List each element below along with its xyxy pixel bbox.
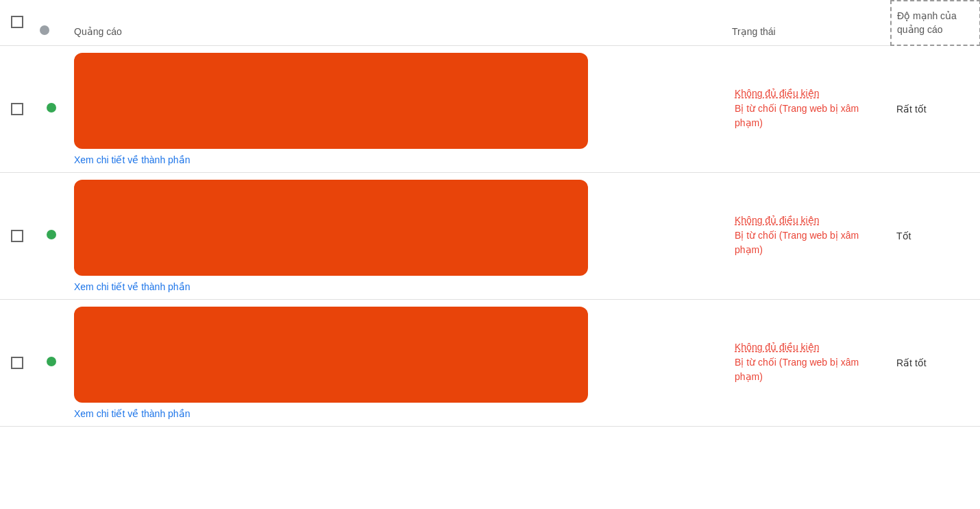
strength-cell: Rất tốt <box>891 299 980 426</box>
row-checkbox[interactable] <box>11 357 23 369</box>
header-dot-cell <box>34 1 69 45</box>
header-status: Trạng thái <box>726 1 891 45</box>
status-rejected: Bị từ chối (Trang web bị xâm phạm) <box>735 103 859 128</box>
status-not-eligible[interactable]: Không đủ điều kiện <box>735 215 820 226</box>
header-ad: Quảng cáo <box>69 1 726 45</box>
table-row: Xem chi tiết về thành phầnKhông đủ điều … <box>0 299 980 426</box>
status-rejected: Bị từ chối (Trang web bị xâm phạm) <box>735 357 859 382</box>
dot-cell <box>34 299 69 426</box>
status-rejected: Bị từ chối (Trang web bị xâm phạm) <box>735 230 859 255</box>
ad-cell: Xem chi tiết về thành phần <box>69 299 726 426</box>
strength-column-label: Độ mạnh của quảng cáo <box>897 10 957 35</box>
status-column-label: Trạng thái <box>732 26 776 37</box>
header-checkbox-cell <box>0 1 34 45</box>
status-dot-icon <box>47 103 56 113</box>
strength-value: Tốt <box>896 230 911 241</box>
strength-value: Rất tốt <box>896 104 927 115</box>
strength-value: Rất tốt <box>896 357 927 368</box>
ad-image <box>74 180 588 276</box>
dot-cell <box>34 172 69 299</box>
table-row: Xem chi tiết về thành phầnKhông đủ điều … <box>0 172 980 299</box>
view-details-link[interactable]: Xem chi tiết về thành phần <box>74 154 190 165</box>
row-checkbox[interactable] <box>11 103 23 115</box>
checkbox-cell <box>0 299 34 426</box>
table-row: Xem chi tiết về thành phầnKhông đủ điều … <box>0 45 980 172</box>
table-container: Quảng cáo Trạng thái Độ mạnh của quảng c… <box>0 0 980 509</box>
ads-table: Quảng cáo Trạng thái Độ mạnh của quảng c… <box>0 0 980 427</box>
row-checkbox[interactable] <box>11 230 23 242</box>
ad-cell: Xem chi tiết về thành phần <box>69 45 726 172</box>
status-cell: Không đủ điều kiệnBị từ chối (Trang web … <box>726 45 891 172</box>
header-strength: Độ mạnh của quảng cáo <box>891 1 980 45</box>
status-dot-icon <box>47 230 56 239</box>
ad-cell: Xem chi tiết về thành phần <box>69 172 726 299</box>
status-not-eligible[interactable]: Không đủ điều kiện <box>735 88 820 99</box>
ad-image <box>74 53 588 149</box>
status-cell: Không đủ điều kiệnBị từ chối (Trang web … <box>726 172 891 299</box>
checkbox-cell <box>0 45 34 172</box>
view-details-link[interactable]: Xem chi tiết về thành phần <box>74 408 190 419</box>
header-checkbox[interactable] <box>11 16 23 28</box>
status-dot-icon <box>47 357 56 366</box>
view-details-link[interactable]: Xem chi tiết về thành phần <box>74 281 190 292</box>
status-cell: Không đủ điều kiệnBị từ chối (Trang web … <box>726 299 891 426</box>
ad-column-label: Quảng cáo <box>74 26 122 37</box>
dot-cell <box>34 45 69 172</box>
checkbox-cell <box>0 172 34 299</box>
status-not-eligible[interactable]: Không đủ điều kiện <box>735 342 820 353</box>
ad-image <box>74 307 588 403</box>
header-dot-icon <box>40 25 49 35</box>
strength-cell: Tốt <box>891 172 980 299</box>
strength-cell: Rất tốt <box>891 45 980 172</box>
